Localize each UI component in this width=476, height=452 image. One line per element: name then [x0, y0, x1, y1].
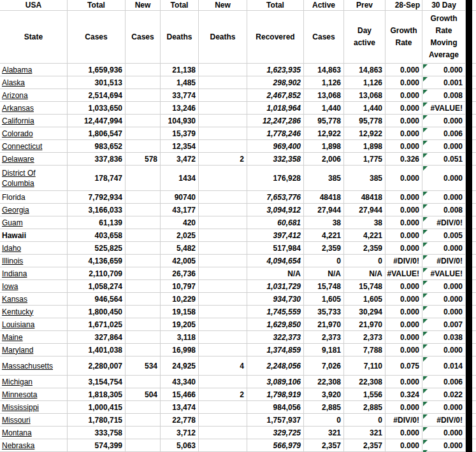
growth-rate-cell[interactable]: 0.000 — [386, 102, 422, 115]
recovered-cell[interactable]: 969,400 — [247, 140, 304, 153]
prev-day-active-cell[interactable]: 1,556 — [344, 388, 386, 401]
total-cases-cell[interactable]: 4,136,659 — [68, 255, 126, 267]
total-cases-cell[interactable]: 574,399 — [68, 439, 126, 452]
active-cases-cell[interactable]: 14,863 — [304, 64, 344, 76]
prev-day-active-cell[interactable]: 0 — [344, 414, 386, 427]
prev-day-active-cell[interactable]: 30,294 — [344, 306, 386, 318]
growth-rate-cell[interactable]: 0.000 — [386, 376, 422, 388]
state-cell[interactable]: Massachusetts — [0, 357, 68, 376]
state-cell[interactable]: Guam — [0, 216, 68, 229]
recovered-cell[interactable]: 2,248,056 — [247, 357, 304, 376]
recovered-cell[interactable]: 3,089,106 — [247, 376, 304, 388]
header-state[interactable]: State — [0, 11, 68, 64]
new-deaths-cell[interactable] — [199, 306, 247, 318]
total-cases-cell[interactable]: 2,514,694 — [68, 89, 126, 102]
moving-average-cell[interactable]: 0.051 — [422, 153, 466, 166]
new-cases-cell[interactable] — [126, 127, 161, 140]
new-cases-cell[interactable] — [126, 331, 161, 344]
total-cases-cell[interactable]: 525,825 — [68, 242, 126, 255]
new-deaths-cell[interactable]: 2 — [199, 388, 247, 401]
total-cases-cell[interactable]: 1,058,274 — [68, 280, 126, 293]
active-cases-cell[interactable]: 1,440 — [304, 102, 344, 115]
active-cases-cell[interactable]: 4,221 — [304, 229, 344, 242]
new-deaths-cell[interactable] — [199, 140, 247, 153]
new-cases-cell[interactable] — [126, 242, 161, 255]
growth-rate-cell[interactable]: 0.000 — [386, 127, 422, 140]
total-cases-cell[interactable]: 1,818,305 — [68, 388, 126, 401]
active-cases-cell[interactable]: 1,605 — [304, 293, 344, 306]
growth-rate-cell[interactable]: 0.000 — [386, 280, 422, 293]
total-cases-cell[interactable]: 1,033,650 — [68, 102, 126, 115]
active-cases-cell[interactable]: 0 — [304, 255, 344, 267]
growth-rate-cell[interactable]: 0.000 — [386, 204, 422, 216]
state-cell[interactable]: Georgia — [0, 204, 68, 216]
total-deaths-cell[interactable]: 10,797 — [161, 280, 199, 293]
new-deaths-cell[interactable] — [199, 127, 247, 140]
moving-average-cell[interactable]: 0.008 — [422, 204, 466, 216]
prev-day-active-cell[interactable]: 0 — [344, 255, 386, 267]
active-cases-cell[interactable]: 7,026 — [304, 357, 344, 376]
prev-day-active-cell[interactable]: 321 — [344, 427, 386, 439]
moving-average-cell[interactable]: 0.005 — [422, 229, 466, 242]
recovered-cell[interactable]: 12,247,286 — [247, 115, 304, 127]
prev-day-active-cell[interactable]: 385 — [344, 166, 386, 191]
state-cell[interactable]: Maine — [0, 331, 68, 344]
header-30day-1[interactable]: 30 Day — [422, 0, 466, 11]
header-new-cases-1[interactable]: New — [126, 0, 161, 11]
new-deaths-cell[interactable] — [199, 401, 247, 414]
state-cell[interactable]: Minnesota — [0, 388, 68, 401]
state-cell[interactable]: Arizona — [0, 89, 68, 102]
state-cell[interactable]: Arkansas — [0, 102, 68, 115]
state-cell[interactable]: Missouri — [0, 414, 68, 427]
new-deaths-cell[interactable] — [199, 242, 247, 255]
total-deaths-cell[interactable]: 12,354 — [161, 140, 199, 153]
new-cases-cell[interactable] — [126, 318, 161, 331]
recovered-cell[interactable]: 566,979 — [247, 439, 304, 452]
growth-rate-cell[interactable]: 0.326 — [386, 153, 422, 166]
prev-day-active-cell[interactable]: 1,126 — [344, 76, 386, 89]
total-deaths-cell[interactable]: 90740 — [161, 191, 199, 204]
new-cases-cell[interactable]: 534 — [126, 357, 161, 376]
active-cases-cell[interactable]: 48418 — [304, 191, 344, 204]
moving-average-cell[interactable]: 0.000 — [422, 439, 466, 452]
new-cases-cell[interactable] — [126, 115, 161, 127]
new-cases-cell[interactable] — [126, 191, 161, 204]
prev-day-active-cell[interactable]: N/A — [344, 267, 386, 280]
total-deaths-cell[interactable]: 19,205 — [161, 318, 199, 331]
total-deaths-cell[interactable]: 19,158 — [161, 306, 199, 318]
total-cases-cell[interactable]: 2,110,709 — [68, 267, 126, 280]
state-cell[interactable]: Illinois — [0, 255, 68, 267]
new-cases-cell[interactable]: 578 — [126, 153, 161, 166]
recovered-cell[interactable]: 298,902 — [247, 76, 304, 89]
new-cases-cell[interactable] — [126, 414, 161, 427]
growth-rate-cell[interactable]: 0.000 — [386, 318, 422, 331]
total-cases-cell[interactable]: 61,139 — [68, 216, 126, 229]
growth-rate-cell[interactable]: 0.000 — [386, 166, 422, 191]
total-deaths-cell[interactable]: 3,472 — [161, 153, 199, 166]
recovered-cell[interactable]: 934,730 — [247, 293, 304, 306]
total-deaths-cell[interactable]: 5,482 — [161, 242, 199, 255]
header-total-cases-2[interactable]: Cases — [68, 11, 126, 64]
total-cases-cell[interactable]: 12,447,994 — [68, 115, 126, 127]
new-cases-cell[interactable] — [126, 376, 161, 388]
header-total-cases-1[interactable]: Total — [68, 0, 126, 11]
growth-rate-cell[interactable]: #DIV/0! — [386, 414, 422, 427]
recovered-cell[interactable]: 60,681 — [247, 216, 304, 229]
recovered-cell[interactable]: 984,056 — [247, 401, 304, 414]
new-deaths-cell[interactable] — [199, 267, 247, 280]
state-cell[interactable]: Mississippi — [0, 401, 68, 414]
total-deaths-cell[interactable]: 43,177 — [161, 204, 199, 216]
recovered-cell[interactable]: 329,725 — [247, 427, 304, 439]
prev-day-active-cell[interactable]: 27,944 — [344, 204, 386, 216]
total-cases-cell[interactable]: 983,652 — [68, 140, 126, 153]
state-cell[interactable]: Florida — [0, 191, 68, 204]
new-cases-cell[interactable] — [126, 427, 161, 439]
active-cases-cell[interactable]: 35,733 — [304, 306, 344, 318]
prev-day-active-cell[interactable]: 12,922 — [344, 127, 386, 140]
recovered-cell[interactable]: 7,653,776 — [247, 191, 304, 204]
new-deaths-cell[interactable] — [199, 344, 247, 357]
total-cases-cell[interactable]: 7,792,934 — [68, 191, 126, 204]
new-cases-cell[interactable] — [126, 439, 161, 452]
growth-rate-cell[interactable]: 0.000 — [386, 191, 422, 204]
total-deaths-cell[interactable]: 3,118 — [161, 331, 199, 344]
